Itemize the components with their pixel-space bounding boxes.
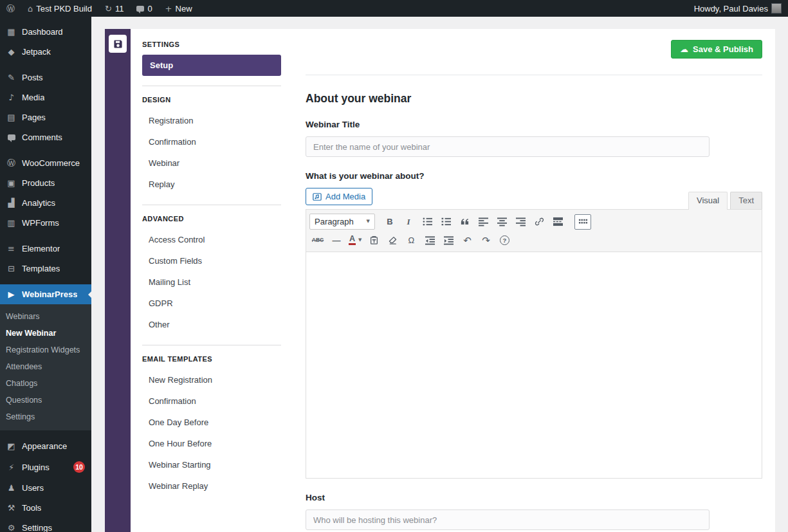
sidebar-item-webinarpress[interactable]: ▶ WebinarPress — [0, 284, 91, 304]
sidebar-item-woocommerce[interactable]: Ⓦ WooCommerce — [0, 153, 91, 173]
text-color-button[interactable]: A ▼ — [347, 232, 363, 248]
sidebar-item-pages[interactable]: ▤ Pages — [0, 107, 91, 127]
divider — [142, 345, 281, 345]
sidebar-item-label: Products — [22, 178, 55, 188]
settings-nav-item[interactable]: Confirmation — [142, 390, 281, 412]
settings-nav-item[interactable]: Custom Fields — [142, 250, 281, 271]
site-name-menu[interactable]: ⌂ Test PKD Build — [21, 0, 98, 17]
webinarpress-icon-rail — [105, 29, 131, 532]
outdent-button[interactable] — [421, 232, 438, 248]
settings-nav-item[interactable]: Webinar — [142, 152, 281, 174]
sidebar-item-products[interactable]: ▣ Products — [0, 173, 91, 193]
sidebar-item-posts[interactable]: ✎ Posts — [0, 68, 91, 87]
sidebar-item-users[interactable]: ♟ Users — [0, 478, 91, 498]
webinarpress-submenu-item[interactable]: Questions — [0, 392, 91, 408]
save-settings-tab[interactable] — [109, 35, 127, 53]
settings-nav-item[interactable]: Webinar Starting — [142, 454, 281, 475]
webinarpress-submenu: Webinars New Webinar Registration Widget… — [0, 304, 91, 430]
sidebar-item-comments[interactable]: Comments — [0, 127, 91, 147]
settings-nav-item[interactable]: One Hour Before — [142, 433, 281, 454]
paragraph-format-select[interactable]: Paragraph ▼ — [309, 214, 375, 230]
settings-nav-item[interactable]: GDPR — [142, 293, 281, 314]
comments-menu[interactable]: 0 — [130, 0, 158, 17]
webinarpress-submenu-item[interactable]: Chatlogs — [0, 375, 91, 392]
sidebar-item-appearance[interactable]: ◩ Appearance — [0, 436, 91, 456]
add-media-label: Add Media — [325, 192, 365, 201]
plugins-update-badge: 10 — [73, 461, 85, 473]
settings-nav-item[interactable]: Mailing List — [142, 271, 281, 293]
appearance-icon: ◩ — [6, 442, 17, 450]
settings-nav-item[interactable]: New Registration — [142, 369, 281, 390]
updates-menu[interactable]: ↻ 11 — [98, 0, 130, 17]
settings-nav-item[interactable]: Access Control — [142, 229, 281, 250]
account-menu[interactable]: Howdy, Paul Davies — [688, 0, 788, 17]
clear-formatting-button[interactable] — [384, 232, 401, 248]
editor-toolbar: Paragraph ▼ B I — [306, 209, 762, 252]
settings-nav-item[interactable]: Replay — [142, 174, 281, 195]
save-publish-button[interactable]: ☁ Save & Publish — [671, 40, 762, 59]
blockquote-button[interactable] — [456, 214, 473, 230]
sidebar-item-label: Pages — [22, 113, 46, 122]
redo-button[interactable]: ↷ — [477, 232, 494, 248]
webinarpress-submenu-item[interactable]: Settings — [0, 408, 91, 425]
italic-button[interactable]: I — [400, 214, 417, 230]
design-section-heading: DESIGN — [142, 96, 281, 104]
sidebar-item-tools[interactable]: ⚒ Tools — [0, 498, 91, 518]
bold-button[interactable]: B — [381, 214, 398, 230]
sidebar-item-media[interactable]: ♪ Media — [0, 87, 91, 107]
wordpress-logo-icon: Ⓦ — [6, 5, 15, 13]
align-right-button[interactable] — [512, 214, 529, 230]
add-media-button[interactable]: Add Media — [306, 188, 372, 205]
wordpress-logo-menu[interactable]: Ⓦ — [0, 0, 21, 17]
webinar-title-input[interactable] — [306, 136, 710, 157]
webinarpress-submenu-item[interactable]: New Webinar — [0, 325, 91, 342]
special-character-button[interactable]: Ω — [403, 232, 419, 248]
help-button[interactable]: ? — [496, 232, 513, 248]
editor-content[interactable] — [306, 252, 762, 479]
indent-button[interactable] — [440, 232, 457, 248]
insert-link-button[interactable] — [531, 214, 547, 230]
wysiwyg-editor: Add Media Visual Text Para — [306, 188, 762, 479]
settings-nav-item[interactable]: One Day Before — [142, 412, 281, 433]
sidebar-item-jetpack[interactable]: ◆ Jetpack — [0, 42, 91, 62]
numbered-list-button[interactable] — [437, 214, 454, 230]
sidebar-item-settings[interactable]: ⚙ Settings — [0, 518, 91, 532]
sidebar-item-wpforms[interactable]: ▥ WPForms — [0, 213, 91, 233]
settings-nav-item[interactable]: Webinar Replay — [142, 475, 281, 497]
howdy-text: Howdy, Paul Davies — [694, 4, 768, 14]
sidebar-item-analytics[interactable]: ▟ Analytics — [0, 193, 91, 213]
host-input[interactable] — [306, 509, 710, 530]
sidebar-item-elementor[interactable]: ≡ Elementor — [0, 239, 91, 259]
eraser-icon — [388, 235, 398, 245]
cloud-upload-icon: ☁ — [680, 45, 688, 53]
comment-bubble-icon — [136, 6, 144, 12]
toolbar-toggle-button[interactable] — [574, 214, 591, 230]
sidebar-item-plugins[interactable]: ⚡ Plugins 10 — [0, 456, 91, 478]
horizontal-rule-button[interactable]: — — [328, 232, 345, 248]
bulleted-list-icon — [423, 217, 432, 226]
tab-visual[interactable]: Visual — [688, 192, 728, 210]
webinarpress-submenu-item[interactable]: Registration Widgets — [0, 342, 91, 358]
sidebar-item-templates[interactable]: ⊟ Templates — [0, 259, 91, 279]
admin-bar-right: Howdy, Paul Davies — [688, 0, 788, 17]
bulleted-list-button[interactable] — [419, 214, 435, 230]
settings-nav-item[interactable]: Registration — [142, 110, 281, 131]
sidebar-item-dashboard[interactable]: ▦ Dashboard — [0, 22, 91, 42]
undo-button[interactable]: ↶ — [459, 232, 475, 248]
admin-sidebar: ▦ Dashboard ◆ Jetpack ✎ Posts ♪ Media ▤ … — [0, 17, 91, 532]
settings-nav-item[interactable]: Confirmation — [142, 131, 281, 152]
settings-nav-item-setup[interactable]: Setup — [142, 55, 281, 76]
strikethrough-button[interactable]: ABC — [309, 232, 326, 248]
sidebar-item-label: Media — [22, 93, 44, 102]
media-icon: ♪ — [6, 93, 17, 102]
tab-text[interactable]: Text — [730, 192, 762, 209]
read-more-button[interactable] — [549, 214, 566, 230]
new-content-menu[interactable]: + New — [159, 0, 199, 17]
settings-nav-item[interactable]: Other — [142, 314, 281, 335]
webinarpress-submenu-item[interactable]: Webinars — [0, 308, 91, 325]
align-center-button[interactable] — [493, 214, 510, 230]
paste-as-text-button[interactable] — [365, 232, 382, 248]
align-left-icon — [479, 217, 488, 226]
align-left-button[interactable] — [475, 214, 491, 230]
webinarpress-submenu-item[interactable]: Attendees — [0, 358, 91, 375]
